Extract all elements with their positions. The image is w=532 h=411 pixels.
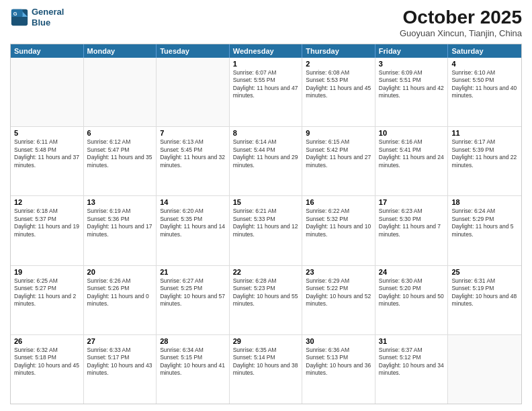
calendar-day-cell: 5Sunrise: 6:11 AM Sunset: 5:48 PM Daylig… [11,127,84,195]
calendar-day-cell: 15Sunrise: 6:21 AM Sunset: 5:33 PM Dayli… [230,196,303,265]
calendar-header-cell: Monday [84,44,157,58]
page-container: G General Blue October 2025 Guoyuan Xinc… [0,0,532,411]
day-info-text: Sunrise: 6:07 AM Sunset: 5:55 PM Dayligh… [233,69,299,100]
day-number: 3 [379,60,445,68]
calendar-day-cell: 14Sunrise: 6:20 AM Sunset: 5:35 PM Dayli… [157,196,230,265]
calendar-header-row: SundayMondayTuesdayWednesdayThursdayFrid… [11,44,521,58]
day-number: 20 [87,268,153,276]
day-number: 2 [306,60,371,68]
day-number: 10 [379,129,445,137]
calendar: SundayMondayTuesdayWednesdayThursdayFrid… [10,44,522,404]
day-info-text: Sunrise: 6:15 AM Sunset: 5:42 PM Dayligh… [306,138,371,169]
day-number: 28 [160,337,226,345]
logo-icon: G [10,8,29,27]
calendar-day-cell: 6Sunrise: 6:12 AM Sunset: 5:47 PM Daylig… [84,127,157,195]
day-number: 31 [379,337,445,345]
day-number: 23 [306,268,371,276]
calendar-header-cell: Thursday [302,44,375,58]
day-number: 6 [87,129,153,137]
calendar-empty-cell [448,335,521,404]
day-number: 26 [14,337,80,345]
day-number: 5 [14,129,80,137]
calendar-week-row: 1Sunrise: 6:07 AM Sunset: 5:55 PM Daylig… [11,58,521,127]
day-number: 7 [160,129,226,137]
day-info-text: Sunrise: 6:17 AM Sunset: 5:39 PM Dayligh… [451,138,518,169]
logo: G General Blue [10,7,64,28]
day-info-text: Sunrise: 6:21 AM Sunset: 5:33 PM Dayligh… [233,208,299,238]
title-block: October 2025 Guoyuan Xincun, Tianjin, Ch… [400,7,522,38]
day-info-text: Sunrise: 6:28 AM Sunset: 5:23 PM Dayligh… [233,277,299,308]
day-info-text: Sunrise: 6:32 AM Sunset: 5:18 PM Dayligh… [14,347,80,377]
calendar-header-cell: Friday [375,44,449,58]
calendar-week-row: 12Sunrise: 6:18 AM Sunset: 5:37 PM Dayli… [11,196,521,265]
calendar-day-cell: 4Sunrise: 6:10 AM Sunset: 5:50 PM Daylig… [448,58,521,126]
day-info-text: Sunrise: 6:12 AM Sunset: 5:47 PM Dayligh… [87,138,153,169]
calendar-day-cell: 2Sunrise: 6:08 AM Sunset: 5:53 PM Daylig… [302,58,375,126]
calendar-day-cell: 12Sunrise: 6:18 AM Sunset: 5:37 PM Dayli… [11,196,84,265]
calendar-day-cell: 29Sunrise: 6:35 AM Sunset: 5:14 PM Dayli… [230,335,303,404]
day-info-text: Sunrise: 6:35 AM Sunset: 5:14 PM Dayligh… [233,347,299,377]
day-info-text: Sunrise: 6:31 AM Sunset: 5:19 PM Dayligh… [451,277,518,308]
day-info-text: Sunrise: 6:18 AM Sunset: 5:37 PM Dayligh… [14,208,80,238]
logo-line2: Blue [32,17,64,28]
logo-line1: General [32,7,64,17]
day-number: 12 [14,198,80,206]
header: G General Blue October 2025 Guoyuan Xinc… [10,7,522,38]
calendar-day-cell: 11Sunrise: 6:17 AM Sunset: 5:39 PM Dayli… [448,127,521,195]
day-number: 21 [160,268,226,276]
calendar-day-cell: 21Sunrise: 6:27 AM Sunset: 5:25 PM Dayli… [157,266,230,334]
calendar-header-cell: Wednesday [230,44,303,58]
calendar-day-cell: 31Sunrise: 6:37 AM Sunset: 5:12 PM Dayli… [375,335,449,404]
calendar-day-cell: 22Sunrise: 6:28 AM Sunset: 5:23 PM Dayli… [230,266,303,334]
day-info-text: Sunrise: 6:23 AM Sunset: 5:30 PM Dayligh… [379,208,445,238]
day-info-text: Sunrise: 6:37 AM Sunset: 5:12 PM Dayligh… [379,347,445,377]
day-info-text: Sunrise: 6:19 AM Sunset: 5:36 PM Dayligh… [87,208,153,238]
day-info-text: Sunrise: 6:11 AM Sunset: 5:48 PM Dayligh… [14,138,80,169]
calendar-day-cell: 7Sunrise: 6:13 AM Sunset: 5:45 PM Daylig… [157,127,230,195]
svg-text:G: G [13,11,17,17]
day-info-text: Sunrise: 6:10 AM Sunset: 5:50 PM Dayligh… [451,69,518,100]
calendar-day-cell: 18Sunrise: 6:24 AM Sunset: 5:29 PM Dayli… [448,196,521,265]
calendar-day-cell: 24Sunrise: 6:30 AM Sunset: 5:20 PM Dayli… [375,266,449,334]
calendar-day-cell: 20Sunrise: 6:26 AM Sunset: 5:26 PM Dayli… [84,266,157,334]
day-number: 14 [160,198,226,206]
day-number: 19 [14,268,80,276]
calendar-day-cell: 9Sunrise: 6:15 AM Sunset: 5:42 PM Daylig… [302,127,375,195]
calendar-header-cell: Tuesday [157,44,230,58]
calendar-day-cell: 3Sunrise: 6:09 AM Sunset: 5:51 PM Daylig… [375,58,449,126]
calendar-day-cell: 8Sunrise: 6:14 AM Sunset: 5:44 PM Daylig… [230,127,303,195]
day-info-text: Sunrise: 6:26 AM Sunset: 5:26 PM Dayligh… [87,277,153,308]
day-info-text: Sunrise: 6:24 AM Sunset: 5:29 PM Dayligh… [451,208,518,238]
calendar-day-cell: 10Sunrise: 6:16 AM Sunset: 5:41 PM Dayli… [375,127,449,195]
calendar-day-cell: 16Sunrise: 6:22 AM Sunset: 5:32 PM Dayli… [302,196,375,265]
day-info-text: Sunrise: 6:29 AM Sunset: 5:22 PM Dayligh… [306,277,371,308]
calendar-day-cell: 1Sunrise: 6:07 AM Sunset: 5:55 PM Daylig… [230,58,303,126]
day-info-text: Sunrise: 6:22 AM Sunset: 5:32 PM Dayligh… [306,208,371,238]
calendar-day-cell: 30Sunrise: 6:36 AM Sunset: 5:13 PM Dayli… [302,335,375,404]
day-number: 1 [233,60,299,68]
day-number: 17 [379,198,445,206]
day-info-text: Sunrise: 6:25 AM Sunset: 5:27 PM Dayligh… [14,277,80,308]
day-number: 24 [379,268,445,276]
day-info-text: Sunrise: 6:09 AM Sunset: 5:51 PM Dayligh… [379,69,445,100]
day-number: 16 [306,198,371,206]
day-number: 9 [306,129,371,137]
calendar-day-cell: 27Sunrise: 6:33 AM Sunset: 5:17 PM Dayli… [84,335,157,404]
day-info-text: Sunrise: 6:27 AM Sunset: 5:25 PM Dayligh… [160,277,226,308]
day-number: 18 [451,198,518,206]
calendar-empty-cell [84,58,157,126]
day-number: 11 [451,129,518,137]
day-info-text: Sunrise: 6:33 AM Sunset: 5:17 PM Dayligh… [87,347,153,377]
day-number: 27 [87,337,153,345]
day-number: 30 [306,337,371,345]
calendar-day-cell: 13Sunrise: 6:19 AM Sunset: 5:36 PM Dayli… [84,196,157,265]
calendar-body: 1Sunrise: 6:07 AM Sunset: 5:55 PM Daylig… [11,58,521,404]
calendar-header-cell: Sunday [11,44,84,58]
calendar-day-cell: 28Sunrise: 6:34 AM Sunset: 5:15 PM Dayli… [157,335,230,404]
day-number: 25 [451,268,518,276]
day-number: 4 [451,60,518,68]
day-info-text: Sunrise: 6:16 AM Sunset: 5:41 PM Dayligh… [379,138,445,169]
calendar-empty-cell [11,58,84,126]
calendar-day-cell: 26Sunrise: 6:32 AM Sunset: 5:18 PM Dayli… [11,335,84,404]
month-title: October 2025 [400,7,522,28]
